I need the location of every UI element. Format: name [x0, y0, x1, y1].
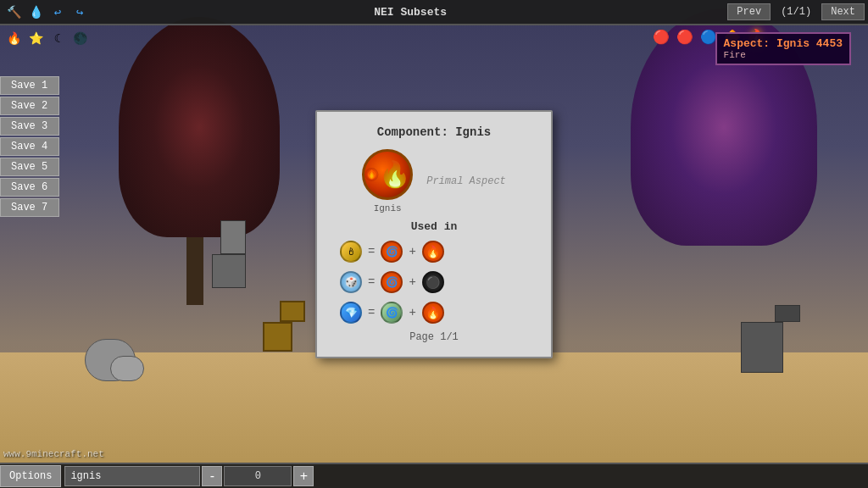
top-bar: 🔨 💧 ↩ ↪ NEI Subsets Prev (1/1) Next: [0, 0, 868, 25]
icon-crescent[interactable]: ☾: [47, 28, 68, 48]
search-input[interactable]: [64, 466, 200, 486]
equals-sign-1: =: [368, 245, 375, 258]
nei-item-1[interactable]: 🔴: [651, 27, 671, 47]
minus-button[interactable]: -: [202, 466, 222, 486]
recipe-a-2: 🌀: [380, 270, 403, 294]
recipe-row-2: 🎲 = 🌀 + ⚫: [331, 270, 537, 294]
nav-controls: Prev (1/1) Next: [727, 3, 868, 20]
icon-circle[interactable]: 🌑: [70, 28, 90, 48]
plus-sign-2: +: [409, 275, 415, 289]
prev-button[interactable]: Prev: [727, 3, 771, 20]
recipe-a-3: 🌀: [380, 301, 403, 324]
left-sidebar: Save 1 Save 2 Save 3 Save 4 Save 5 Save …: [0, 76, 59, 217]
icon-redo1[interactable]: ↩: [47, 2, 68, 22]
ignis-section: Ignis Primal Aspect: [331, 149, 537, 214]
options-button[interactable]: Options: [0, 465, 61, 487]
aspect-tooltip: Aspect: Ignis 4453 Fire: [715, 32, 851, 65]
recipe-result-2: 🎲: [339, 270, 363, 294]
equals-sign-3: =: [368, 306, 375, 319]
second-icon-group: 🔥 ⭐ ☾ 🌑: [0, 28, 93, 48]
next-button[interactable]: Next: [821, 3, 865, 20]
save-button-6[interactable]: Save 6: [0, 178, 59, 197]
count-display: 0: [224, 466, 292, 486]
icon-water[interactable]: 💧: [25, 2, 46, 22]
plus-sign-1: +: [409, 245, 415, 258]
ignis-icon: [362, 149, 413, 200]
equals-sign-2: =: [368, 275, 375, 289]
left-icon-group: 🔨 💧 ↩ ↪: [0, 2, 93, 22]
page-counter: (1/1): [774, 6, 818, 18]
primal-aspect-label: Primal Aspect: [426, 175, 506, 187]
save-button-4[interactable]: Save 4: [0, 137, 59, 156]
recipe-a-1: 🌀: [380, 240, 403, 263]
recipe-result-1: 🕯: [339, 240, 363, 263]
component-dialog: Component: Ignis: [315, 110, 553, 358]
recipe-b-1: 🔥: [421, 240, 445, 263]
save-button-7[interactable]: Save 7: [0, 198, 59, 217]
page-title: NEI Subsets: [93, 6, 727, 19]
dialog-title: Component: Ignis: [331, 125, 537, 139]
used-in-title: Used in: [331, 220, 537, 233]
save-button-1[interactable]: Save 1: [0, 76, 59, 95]
recipe-result-3: 💎: [339, 301, 363, 324]
icon-hammer[interactable]: 🔨: [3, 2, 24, 22]
plus-sign-3: +: [409, 306, 415, 319]
page-info: Page 1/1: [331, 331, 537, 343]
nei-item-2[interactable]: 🔴: [675, 27, 695, 47]
recipe-row-1: 🕯 = 🌀 + 🔥: [331, 240, 537, 263]
watermark: www.9minecraft.net: [3, 449, 104, 459]
plus-button[interactable]: +: [293, 466, 314, 486]
save-button-2[interactable]: Save 2: [0, 97, 59, 115]
bottom-bar: Options - 0 +: [0, 463, 868, 488]
tooltip-subtitle: Fire: [724, 50, 843, 60]
icon-star[interactable]: ⭐: [25, 28, 46, 48]
recipe-b-2: ⚫: [421, 270, 445, 294]
icon-fire-small[interactable]: 🔥: [3, 28, 24, 48]
recipe-row-3: 💎 = 🌀 + 🔥: [331, 301, 537, 324]
tooltip-title: Aspect: Ignis 4453: [724, 37, 843, 50]
icon-redo2[interactable]: ↪: [70, 2, 90, 22]
save-button-5[interactable]: Save 5: [0, 158, 59, 176]
save-button-3[interactable]: Save 3: [0, 117, 59, 136]
recipe-b-3: 🔥: [421, 301, 445, 324]
ignis-label: Ignis: [362, 203, 413, 214]
